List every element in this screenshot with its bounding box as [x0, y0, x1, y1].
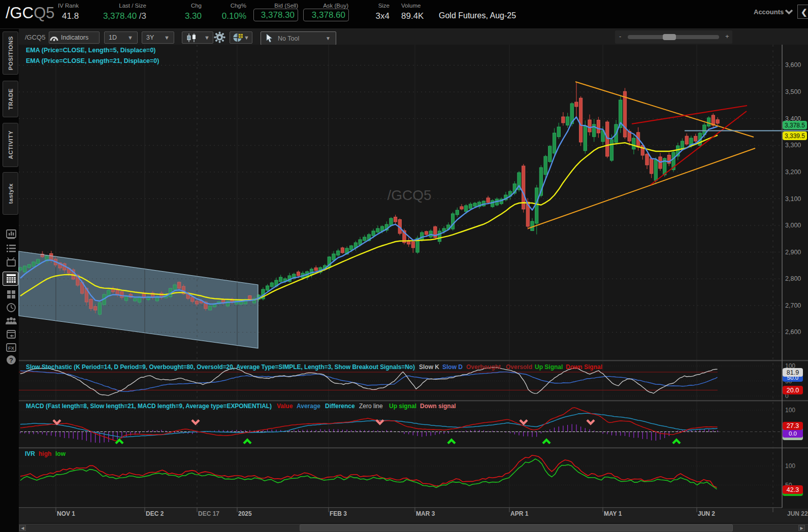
svg-text:EMA (Price=CLOSE, Length=21, D: EMA (Price=CLOSE, Length=21, Displace=0)	[26, 57, 159, 64]
svg-text:IVRhighlow: IVRhighlow	[25, 450, 66, 457]
svg-text:MAR 3: MAR 3	[416, 510, 435, 517]
svg-text:3,100: 3,100	[785, 195, 801, 203]
svg-text:DEC 17: DEC 17	[198, 510, 219, 517]
svg-text:DEC 2: DEC 2	[146, 510, 164, 517]
svg-text:0.0: 0.0	[789, 430, 797, 437]
svg-text:2,600: 2,600	[785, 328, 801, 336]
svg-text:3,000: 3,000	[785, 222, 801, 229]
svg-text:APR 1: APR 1	[510, 510, 529, 517]
svg-text:3,339.5: 3,339.5	[785, 132, 805, 140]
svg-text:2,700: 2,700	[785, 302, 801, 309]
svg-text:NOV 1: NOV 1	[57, 510, 75, 517]
svg-text:2,800: 2,800	[785, 275, 801, 282]
svg-text:JUN 22: JUN 22	[787, 510, 808, 517]
svg-text:81.9: 81.9	[787, 369, 799, 376]
svg-text:3,600: 3,600	[785, 61, 801, 69]
svg-text:/GCQ5: /GCQ5	[387, 187, 431, 203]
svg-text:JUN 2: JUN 2	[698, 510, 715, 517]
svg-text:3,378.5: 3,378.5	[785, 122, 805, 129]
svg-text:FEB 3: FEB 3	[330, 510, 347, 517]
svg-text:2,900: 2,900	[785, 249, 801, 256]
svg-text:27.3: 27.3	[787, 422, 799, 429]
svg-text:100: 100	[785, 462, 795, 470]
svg-text:42.3: 42.3	[787, 486, 799, 493]
svg-text:3,500: 3,500	[785, 88, 801, 95]
svg-text:3,200: 3,200	[785, 169, 801, 176]
svg-text:MACD (Fast length=8, Slow leng: MACD (Fast length=8, Slow length=21, MAC…	[26, 403, 456, 410]
svg-text:3,300: 3,300	[785, 142, 801, 149]
svg-text:2025: 2025	[238, 510, 252, 517]
svg-text:100: 100	[785, 407, 795, 414]
svg-text:MAY 1: MAY 1	[604, 510, 622, 517]
svg-text:20.0: 20.0	[787, 387, 799, 394]
svg-text:EMA (Price=CLOSE, Length=5, Di: EMA (Price=CLOSE, Length=5, Displace=0)	[26, 47, 156, 54]
svg-text:Slow Stochastic (K Period=14,: Slow Stochastic (K Period=14, D Period=9…	[26, 363, 602, 371]
